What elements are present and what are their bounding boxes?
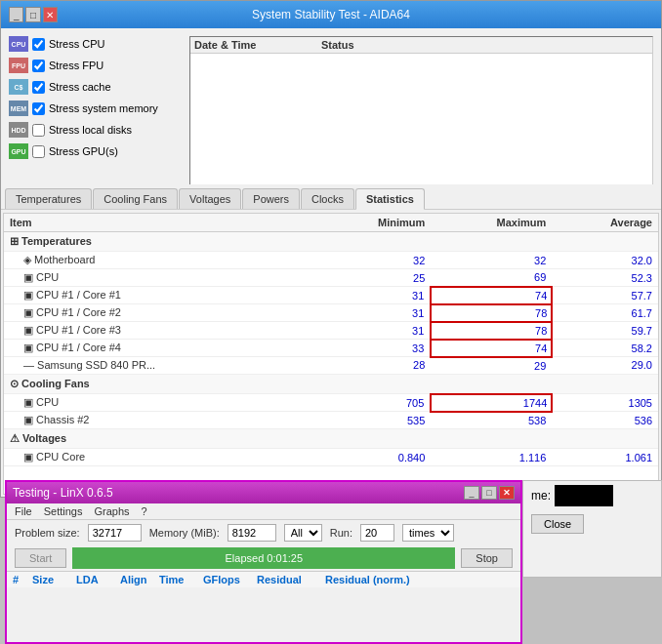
section-header-cell: ⊞ Temperatures — [4, 232, 658, 252]
linx-minimize-button[interactable]: _ — [464, 486, 479, 500]
maximize-button[interactable]: □ — [25, 7, 40, 22]
progress-bar: Elapsed 0:01:25 — [72, 547, 455, 569]
memory-label: Memory (MiB): — [149, 527, 220, 539]
table-cell-min: 705 — [314, 394, 431, 412]
tab-statistics[interactable]: Statistics — [355, 188, 425, 210]
table-cell-min: 31 — [314, 322, 431, 340]
table-row: ◈ Motherboard323232.0 — [4, 252, 658, 269]
problem-size-input[interactable] — [88, 524, 142, 542]
menu-item-?[interactable]: ? — [142, 505, 147, 517]
minimize-button[interactable]: _ — [9, 7, 23, 22]
tabs-bar: TemperaturesCooling FansVoltagesPowersCl… — [1, 184, 661, 210]
table-row: ▣ CPU #1 / Core #4337458.2 — [4, 340, 658, 357]
table-cell-item: ▣ CPU — [4, 269, 314, 287]
menu-item-graphs[interactable]: Graphs — [94, 505, 129, 517]
tab-cooling-fans[interactable]: Cooling Fans — [93, 188, 178, 209]
tab-voltages[interactable]: Voltages — [179, 188, 241, 209]
stress-memory-icon: MEM — [9, 101, 28, 116]
table-cell-max: 69 — [431, 269, 552, 287]
table-row: ⊙ Cooling Fans — [4, 374, 658, 394]
memory-input[interactable] — [228, 524, 276, 542]
linx-menu-bar: FileSettingsGraphs? — [7, 503, 520, 520]
table-cell-min: 0.840 — [314, 449, 431, 466]
table-cell-max: 538 — [431, 412, 552, 429]
stress-disks-label: Stress local disks — [49, 124, 132, 136]
memory-select[interactable]: All — [284, 524, 322, 542]
section-header-cell: ⊙ Cooling Fans — [4, 374, 658, 394]
black-box-field — [555, 485, 613, 506]
table-cell-avg: 1305 — [552, 394, 658, 412]
table-cell-min: 33 — [314, 340, 431, 357]
table-scroll[interactable]: ItemMinimumMaximumAverage ⊞ Temperatures… — [4, 214, 658, 494]
checkbox-item-stress-disks: HDD Stress local disks — [9, 122, 174, 138]
log-panel: Date & Time Status — [189, 36, 653, 187]
table-cell-item: — Samsung SSD 840 PR... — [4, 357, 314, 375]
stop-button[interactable]: Stop — [461, 548, 513, 568]
run-input[interactable] — [360, 524, 394, 542]
stress-cache-checkbox[interactable] — [32, 81, 45, 94]
table-cell-avg: 536 — [552, 412, 658, 429]
table-row: ▣ CPU #1 / Core #2317861.7 — [4, 304, 658, 322]
linx-col-0: # — [13, 574, 32, 585]
stress-disks-icon: HDD — [9, 122, 28, 138]
checkbox-item-stress-gpu: GPU Stress GPU(s) — [9, 143, 174, 159]
linx-table-header: #SizeLDAAlignTimeGFlopsResidualResidual … — [7, 571, 520, 587]
stress-cpu-label: Stress CPU — [49, 38, 104, 50]
partial-field: me: — [523, 481, 661, 510]
table-cell-item: ▣ CPU #1 / Core #3 — [4, 322, 314, 340]
stress-cpu-checkbox[interactable] — [32, 38, 45, 51]
checkbox-item-stress-cpu: CPU Stress CPU — [9, 36, 174, 52]
table-row: ▣ CPU70517441305 — [4, 394, 658, 412]
partial-label: me: — [531, 489, 551, 503]
table-cell-item: ▣ CPU #1 / Core #4 — [4, 340, 314, 357]
stress-gpu-label: Stress GPU(s) — [49, 145, 118, 157]
table-cell-item: ▣ CPU — [4, 394, 314, 412]
run-label: Run: — [330, 527, 352, 539]
partial-close-button[interactable]: Close — [531, 514, 584, 534]
tab-clocks[interactable]: Clocks — [301, 188, 354, 209]
start-button[interactable]: Start — [15, 548, 66, 568]
stress-cpu-icon: CPU — [9, 36, 28, 52]
table-row: ▣ CPU256952.3 — [4, 269, 658, 287]
stress-memory-checkbox[interactable] — [32, 102, 45, 115]
log-col-status: Status — [321, 39, 648, 51]
linx-col-2: LDA — [76, 574, 120, 585]
stress-fpu-checkbox[interactable] — [32, 60, 45, 72]
table-cell-max: 78 — [431, 304, 552, 322]
table-header-0: Item — [4, 214, 314, 232]
table-cell-avg: 58.2 — [552, 340, 658, 357]
table-row: ▣ CPU Core0.8401.1161.061 — [4, 449, 658, 466]
menu-item-settings[interactable]: Settings — [44, 505, 83, 517]
table-cell-avg: 52.3 — [552, 269, 658, 287]
log-col-datetime: Date & Time — [194, 39, 321, 51]
table-cell-avg: 59.7 — [552, 322, 658, 340]
table-row: ⚠ Voltages — [4, 429, 658, 449]
tab-powers[interactable]: Powers — [242, 188, 300, 209]
main-title-bar: _ □ ✕ System Stability Test - AIDA64 — [1, 1, 661, 28]
table-row: — Samsung SSD 840 PR...282929.0 — [4, 357, 658, 375]
checkbox-item-stress-memory: MEM Stress system memory — [9, 101, 174, 116]
linx-close-button[interactable]: ✕ — [499, 486, 515, 500]
table-cell-avg: 32.0 — [552, 252, 658, 269]
right-partial-panel: me: Close — [522, 480, 662, 578]
tab-temperatures[interactable]: Temperatures — [5, 188, 92, 209]
table-cell-max: 74 — [431, 287, 552, 304]
linx-window: Testing - LinX 0.6.5 _ □ ✕ FileSettingsG… — [5, 480, 522, 644]
table-cell-avg: 29.0 — [552, 357, 658, 375]
table-cell-max: 1.116 — [431, 449, 552, 466]
table-cell-max: 1744 — [431, 394, 552, 412]
stress-gpu-checkbox[interactable] — [32, 145, 45, 158]
linx-title-controls: _ □ ✕ — [464, 486, 515, 500]
stress-disks-checkbox[interactable] — [32, 124, 45, 137]
linx-maximize-button[interactable]: □ — [481, 486, 497, 500]
menu-item-file[interactable]: File — [15, 505, 32, 517]
log-header: Date & Time Status — [190, 37, 652, 54]
close-button[interactable]: ✕ — [43, 7, 58, 22]
section-header-cell: ⚠ Voltages — [4, 429, 658, 449]
linx-run-row: Start Elapsed 0:01:25 Stop — [7, 545, 520, 571]
table-cell-avg: 1.061 — [552, 449, 658, 466]
run-unit-select[interactable]: times — [402, 524, 454, 542]
stress-fpu-icon: FPU — [9, 58, 28, 73]
table-row: ⊞ Temperatures — [4, 232, 658, 252]
table-cell-min: 32 — [314, 252, 431, 269]
